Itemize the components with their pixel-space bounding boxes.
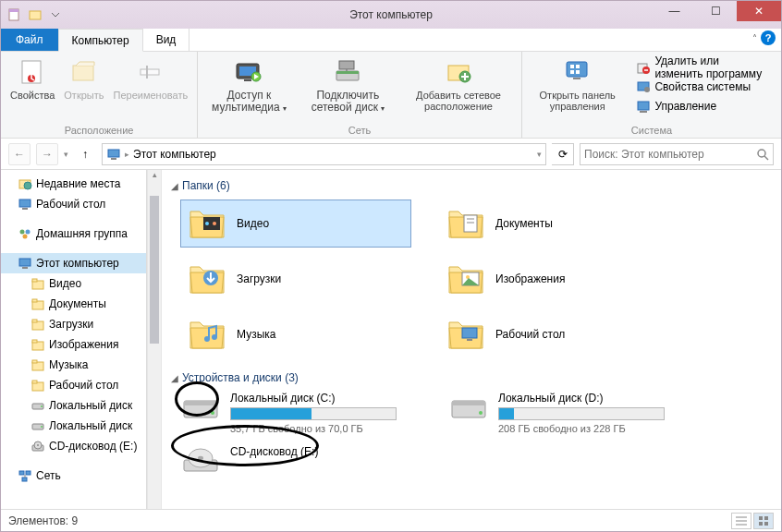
properties-icon[interactable] (6, 6, 23, 23)
refresh-button[interactable]: ⟳ (552, 143, 574, 165)
sidebar-item[interactable]: Рабочий стол (1, 375, 146, 395)
svg-rect-14 (339, 61, 354, 69)
sidebar-item[interactable]: Локальный диск (1, 395, 146, 416)
drive-item[interactable]: Локальный диск (C:)35,7 ГБ свободно из 7… (180, 392, 421, 434)
drive-name: CD-дисковод (E:) (230, 445, 421, 458)
statusbar: Элементов: 9 (1, 509, 781, 531)
folder-label: Загрузки (237, 272, 281, 285)
sidebar-item-label: Музыка (49, 358, 88, 371)
manage-button[interactable]: Управление (636, 97, 768, 115)
sidebar-item[interactable]: Музыка (1, 355, 146, 375)
sidebar-item[interactable]: Видео (1, 273, 146, 294)
close-button[interactable]: ✕ (737, 1, 781, 21)
svg-point-32 (758, 150, 765, 157)
folder-icon (187, 206, 227, 241)
uninstall-icon (636, 60, 651, 75)
search-box[interactable] (580, 143, 774, 165)
sidebar-item[interactable]: Домашняя группа (1, 224, 146, 244)
folder-label: Изображения (495, 272, 565, 285)
svg-rect-93 (759, 522, 763, 526)
drive-item[interactable]: Локальный диск (D:)208 ГБ свободно из 22… (448, 392, 689, 434)
folder-item[interactable]: Документы (439, 200, 670, 248)
svg-rect-30 (108, 150, 119, 157)
file-menu[interactable]: Файл (1, 29, 58, 51)
maximize-button[interactable]: ☐ (695, 1, 737, 21)
svg-point-40 (23, 235, 28, 239)
new-folder-icon[interactable] (27, 6, 43, 23)
svg-line-33 (764, 156, 768, 160)
sidebar-item[interactable]: Загрузки (1, 314, 146, 334)
folder-icon (446, 317, 486, 352)
forward-button[interactable]: → (36, 143, 58, 165)
svg-rect-69 (464, 215, 477, 232)
sidebar-item-label: Сеть (36, 469, 61, 482)
sidebar-item[interactable]: Рабочий стол (1, 194, 146, 214)
search-icon[interactable] (756, 148, 769, 161)
svg-rect-78 (467, 339, 472, 341)
folder-item[interactable]: Изображения (439, 255, 670, 303)
map-drive-button[interactable]: Подключить сетевой диск ▾ (297, 54, 399, 115)
folder-item[interactable]: Музыка (180, 310, 411, 358)
drives-header[interactable]: ◢ Устройства и диски (3) (171, 371, 772, 384)
breadcrumb[interactable]: ▸ Этот компьютер ▾ (102, 143, 546, 165)
drive-free-text: 208 ГБ свободно из 228 ГБ (498, 423, 689, 434)
folder-icon (31, 296, 45, 311)
sidebar-item[interactable]: Изображения (1, 334, 146, 355)
folder-item[interactable]: Видео (180, 200, 411, 248)
folder-label: Рабочий стол (495, 328, 565, 341)
properties-button[interactable]: Свойства (6, 54, 58, 103)
sidebar-item[interactable]: Этот компьютер (1, 253, 146, 273)
titlebar: Этот компьютер — ☐ ✕ (1, 1, 781, 29)
folder-label: Музыка (237, 328, 275, 341)
folder-icon (446, 206, 486, 241)
up-button[interactable]: ↑ (74, 143, 96, 165)
add-network-location-button[interactable]: Добавить сетевое расположение (401, 54, 516, 114)
svg-rect-7 (146, 66, 148, 79)
ribbon-collapse-icon[interactable]: ˄ (752, 33, 757, 43)
history-dropdown-icon[interactable]: ▾ (64, 150, 68, 159)
minimize-button[interactable]: — (654, 1, 695, 21)
svg-point-38 (20, 230, 25, 235)
tab-view[interactable]: Вид (143, 29, 190, 51)
sidebar-item[interactable]: Документы (1, 294, 146, 314)
sidebar-item-label: Рабочий стол (49, 379, 118, 392)
help-icon[interactable]: ? (761, 30, 776, 45)
folder-icon (187, 317, 227, 352)
back-button[interactable]: ← (8, 143, 31, 165)
svg-rect-13 (336, 71, 359, 74)
sidebar-item[interactable]: Сеть (1, 466, 146, 486)
details-view-button[interactable] (731, 513, 751, 529)
icons-view-button[interactable] (753, 513, 774, 529)
svg-point-58 (41, 426, 43, 428)
expand-icon: ◢ (171, 373, 178, 383)
folders-header[interactable]: ◢ Папки (6) (171, 179, 772, 192)
network-drive-icon (332, 56, 363, 88)
open-button[interactable]: Открыть (60, 54, 107, 103)
folder-item[interactable]: Загрузки (180, 255, 411, 303)
navbar: ← → ▾ ↑ ▸ Этот компьютер ▾ ⟳ (1, 139, 781, 170)
sidebar-item-label: Недавние места (36, 177, 120, 190)
search-input[interactable] (584, 148, 752, 161)
qat-dropdown-icon[interactable] (47, 6, 64, 23)
svg-rect-52 (32, 360, 37, 363)
sidebar-scrollbar[interactable]: ▴ (147, 170, 162, 509)
svg-rect-94 (764, 522, 768, 526)
svg-rect-46 (32, 299, 37, 302)
manage-icon (636, 99, 651, 114)
svg-rect-77 (462, 328, 477, 338)
uninstall-programs-button[interactable]: Удалить или изменить программу (636, 58, 768, 77)
tab-computer[interactable]: Компьютер (58, 29, 143, 52)
svg-point-87 (198, 456, 203, 461)
system-properties-button[interactable]: Свойства системы (636, 78, 768, 96)
sidebar-item[interactable]: Локальный диск (1, 416, 146, 436)
system-icon (636, 79, 651, 94)
rename-button[interactable]: Переименовать (110, 54, 192, 103)
sidebar-item[interactable]: Недавние места (1, 174, 146, 194)
svg-rect-19 (573, 78, 580, 79)
drive-item[interactable]: CD-дисковод (E:) (180, 445, 421, 477)
sidebar-item[interactable]: CD-дисковод (E:) (1, 436, 146, 456)
drive-name: Локальный диск (C:) (230, 392, 421, 405)
folder-item[interactable]: Рабочий стол (439, 310, 670, 358)
media-access-button[interactable]: Доступ к мультимедиа ▾ (203, 54, 294, 115)
control-panel-button[interactable]: Открыть панель управления (528, 54, 627, 114)
